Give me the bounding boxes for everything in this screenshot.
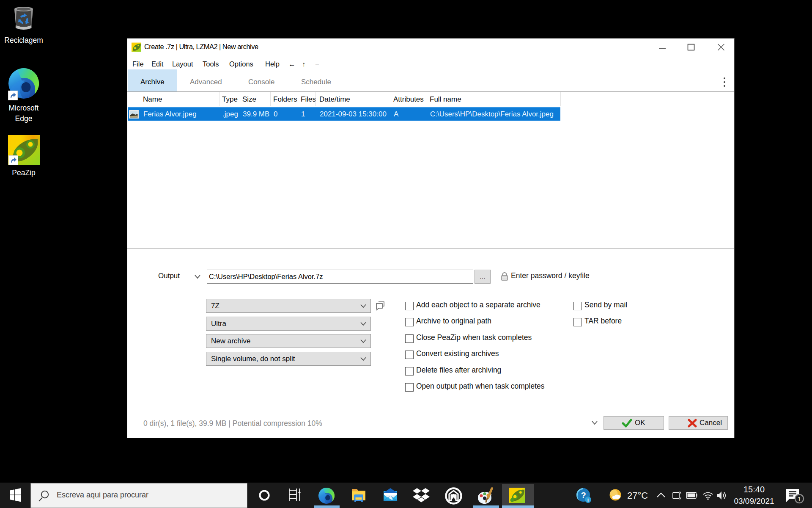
- svg-text:1: 1: [798, 495, 801, 502]
- svg-text:i: i: [587, 497, 589, 503]
